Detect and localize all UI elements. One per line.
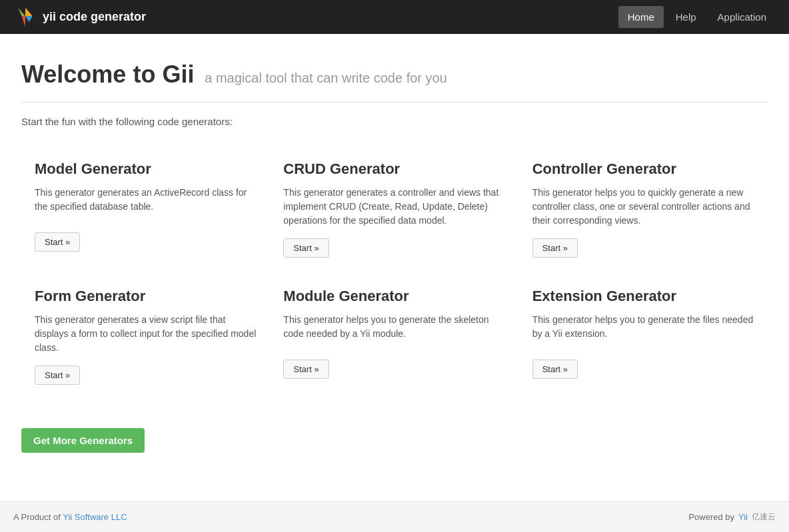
generator-desc-module: This generator helps you to generate the… [283, 313, 505, 349]
footer-yiyun-logo: 亿速云 [752, 511, 776, 523]
generator-card-module: Module Generator This generator helps yo… [270, 274, 518, 401]
get-more-button[interactable]: Get More Generators [21, 428, 145, 453]
intro-text: Start the fun with the following code ge… [21, 116, 768, 127]
start-button-controller[interactable]: Start » [532, 238, 578, 258]
generators-grid: Model Generator This generator generates… [21, 147, 768, 401]
nav-links: Home Help Application [618, 6, 776, 28]
generator-card-form: Form Generator This generator generates … [21, 274, 270, 401]
generator-title-controller: Controller Generator [532, 160, 754, 178]
nav-brand-text: yii code generator [43, 10, 146, 24]
generator-title-crud: CRUD Generator [283, 160, 505, 178]
navbar: yii code generator Home Help Application [0, 0, 789, 34]
welcome-subtitle: a magical tool that can write code for y… [205, 71, 447, 85]
welcome-title: Welcome to Gii [21, 61, 194, 88]
nav-link-application[interactable]: Application [708, 6, 776, 28]
generator-title-extension: Extension Generator [532, 288, 754, 305]
generator-card-crud: CRUD Generator This generator generates … [270, 147, 518, 274]
svg-marker-3 [25, 16, 33, 22]
yii-logo [13, 5, 37, 29]
footer-yii-link[interactable]: Yii [738, 512, 748, 522]
generator-desc-extension: This generator helps you to generate the… [532, 313, 754, 349]
generator-card-model: Model Generator This generator generates… [21, 147, 270, 274]
welcome-header: Welcome to Gii a magical tool that can w… [21, 61, 768, 103]
start-button-model[interactable]: Start » [35, 232, 80, 252]
svg-marker-1 [25, 7, 33, 16]
svg-marker-0 [18, 7, 25, 16]
footer-left-text: A Product of [13, 512, 63, 522]
generator-card-extension: Extension Generator This generator helps… [519, 274, 768, 401]
start-button-module[interactable]: Start » [283, 360, 329, 379]
main-content: Welcome to Gii a magical tool that can w… [8, 34, 781, 479]
generator-title-model: Model Generator [35, 160, 257, 178]
start-button-extension[interactable]: Start » [532, 360, 578, 379]
svg-marker-2 [22, 16, 25, 27]
start-button-crud[interactable]: Start » [283, 238, 329, 258]
generator-card-controller: Controller Generator This generator help… [519, 147, 768, 274]
generator-desc-controller: This generator helps you to quickly gene… [532, 186, 754, 228]
footer-left: A Product of Yii Software LLC [13, 512, 127, 522]
footer-powered-text: Powered by [688, 512, 734, 522]
nav-link-help[interactable]: Help [666, 6, 706, 28]
nav-brand: yii code generator [13, 5, 146, 29]
footer-right: Powered by Yii 亿速云 [688, 511, 776, 523]
generator-desc-model: This generator generates an ActiveRecord… [35, 186, 257, 222]
generator-title-form: Form Generator [35, 288, 257, 305]
generator-desc-crud: This generator generates a controller an… [283, 186, 505, 228]
generator-desc-form: This generator generates a view script f… [35, 313, 257, 355]
footer: A Product of Yii Software LLC Powered by… [0, 501, 789, 532]
start-button-form[interactable]: Start » [35, 366, 80, 385]
footer-yii-software-link[interactable]: Yii Software LLC [63, 512, 127, 522]
generator-title-module: Module Generator [283, 288, 505, 305]
nav-link-home[interactable]: Home [618, 6, 664, 28]
